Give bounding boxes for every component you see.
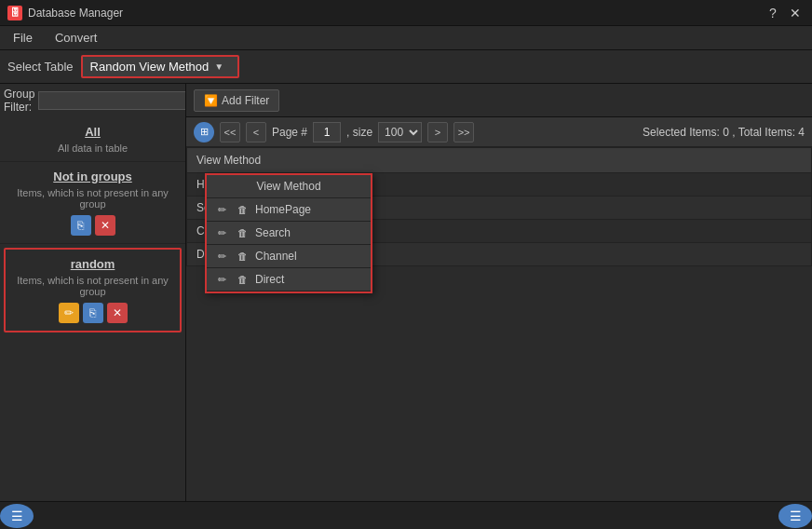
close-button[interactable]: ✕ bbox=[786, 4, 805, 22]
random-group-name: random bbox=[15, 257, 170, 271]
sidebar: Group Filter: All All data in table Not … bbox=[0, 84, 186, 501]
dropdown-row-homepage[interactable]: ✏ 🗑 HomePage bbox=[207, 198, 371, 222]
bottom-bar: ☰ ☰ bbox=[0, 501, 812, 529]
page-label: Page # bbox=[272, 126, 307, 139]
edit-search-icon: ✏ bbox=[214, 225, 229, 240]
main-content: Group Filter: All All data in table Not … bbox=[0, 84, 812, 501]
delete-random-button[interactable]: ✕ bbox=[107, 303, 128, 323]
group-filter-input[interactable] bbox=[38, 91, 186, 110]
menu-convert[interactable]: Convert bbox=[46, 29, 107, 47]
sidebar-scroll-area: All All data in table Not in groups Item… bbox=[0, 117, 185, 501]
edit-random-button[interactable]: ✏ bbox=[59, 303, 79, 323]
dropdown-label-direct: Direct bbox=[255, 273, 284, 286]
select-table-label: Select Table bbox=[7, 60, 74, 74]
random-group-actions: ✏ ⎘ ✕ bbox=[15, 303, 170, 323]
dropdown-arrow-icon: ▼ bbox=[214, 61, 223, 72]
content-toolbar: 🔽 Add Filter bbox=[186, 84, 812, 117]
title-bar-left: 🗄 Database Manager bbox=[7, 6, 123, 20]
right-list-icon: ☰ bbox=[790, 509, 802, 523]
delete-direct-icon: 🗑 bbox=[235, 272, 250, 287]
table-dropdown[interactable]: Random View Method ▼ bbox=[81, 55, 239, 78]
add-filter-button[interactable]: 🔽 Add Filter bbox=[194, 89, 279, 112]
title-bar: 🗄 Database Manager ? ✕ bbox=[0, 0, 812, 26]
help-button[interactable]: ? bbox=[764, 4, 782, 22]
sidebar-item-all[interactable]: All All data in table bbox=[0, 117, 185, 162]
dropdown-overlay: View Method ✏ 🗑 HomePage ✏ 🗑 Search ✏ 🗑 … bbox=[205, 173, 372, 293]
delete-homepage-icon: 🗑 bbox=[235, 202, 250, 217]
delete-channel-icon: 🗑 bbox=[235, 249, 250, 264]
table-view-icon: ⊞ bbox=[194, 122, 214, 142]
menu-bar: File Convert bbox=[0, 26, 812, 50]
next-page-button[interactable]: > bbox=[427, 122, 448, 142]
dropdown-value: Random View Method bbox=[90, 60, 210, 74]
size-label: , size bbox=[346, 126, 372, 139]
dropdown-label-homepage: HomePage bbox=[255, 203, 311, 216]
dropdown-label-search: Search bbox=[255, 226, 291, 239]
page-input[interactable] bbox=[313, 122, 341, 142]
add-filter-label: Add Filter bbox=[222, 94, 269, 107]
last-page-button[interactable]: >> bbox=[453, 122, 474, 142]
dropdown-row-direct[interactable]: ✏ 🗑 Direct bbox=[207, 268, 371, 292]
all-group-desc: All data in table bbox=[9, 142, 176, 154]
edit-direct-icon: ✏ bbox=[214, 272, 229, 287]
left-list-icon: ☰ bbox=[11, 509, 23, 523]
add-filter-icon: 🔽 bbox=[204, 94, 218, 107]
content-area: 🔽 Add Filter ⊞ << < Page # , size 100 10… bbox=[186, 84, 812, 501]
all-group-name: All bbox=[9, 125, 176, 139]
sidebar-filter-bar: Group Filter: bbox=[0, 84, 185, 117]
copy-group-button[interactable]: ⎘ bbox=[71, 215, 91, 236]
dropdown-label-channel: Channel bbox=[255, 250, 297, 263]
total-items-text: Total Items: 4 bbox=[738, 126, 805, 139]
dropdown-row-search[interactable]: ✏ 🗑 Search bbox=[207, 222, 371, 245]
right-list-button[interactable]: ☰ bbox=[778, 504, 812, 528]
pagination-bar: ⊞ << < Page # , size 100 10 25 50 200 > … bbox=[186, 117, 812, 147]
group-filter-label: Group Filter: bbox=[4, 88, 34, 114]
copy-random-button[interactable]: ⎘ bbox=[83, 303, 103, 323]
left-list-button[interactable]: ☰ bbox=[0, 504, 34, 528]
edit-homepage-icon: ✏ bbox=[214, 202, 229, 217]
page-size-select[interactable]: 100 10 25 50 200 bbox=[378, 122, 422, 142]
title-bar-controls: ? ✕ bbox=[764, 4, 805, 22]
toolbar: Select Table Random View Method ▼ bbox=[0, 50, 812, 84]
app-icon: 🗄 bbox=[7, 6, 22, 20]
sidebar-item-random[interactable]: random Items, which is not present in an… bbox=[4, 248, 182, 332]
not-in-groups-desc: Items, which is not present in any group bbox=[9, 187, 176, 210]
sidebar-item-not-in-groups[interactable]: Not in groups Items, which is not presen… bbox=[0, 162, 185, 244]
app-title: Database Manager bbox=[28, 7, 123, 20]
selected-items-text: Selected Items: 0 bbox=[643, 126, 729, 139]
not-in-groups-name: Not in groups bbox=[9, 170, 176, 183]
prev-page-button[interactable]: < bbox=[246, 122, 266, 142]
delete-search-icon: 🗑 bbox=[235, 225, 250, 240]
dropdown-row-channel[interactable]: ✏ 🗑 Channel bbox=[207, 245, 371, 268]
edit-channel-icon: ✏ bbox=[214, 249, 229, 264]
dropdown-header: View Method bbox=[207, 175, 371, 198]
col-header-view-method: View Method bbox=[187, 148, 812, 173]
table-wrapper: View Method HomePage Search Channel Dire… bbox=[186, 147, 812, 501]
items-status: Selected Items: 0 , Total Items: 4 bbox=[643, 126, 805, 139]
not-in-groups-actions: ⎘ ✕ bbox=[9, 215, 176, 236]
random-group-desc: Items, which is not present in any group bbox=[15, 275, 170, 297]
menu-file[interactable]: File bbox=[4, 29, 42, 47]
first-page-button[interactable]: << bbox=[220, 122, 240, 142]
delete-group-button[interactable]: ✕ bbox=[95, 215, 115, 236]
